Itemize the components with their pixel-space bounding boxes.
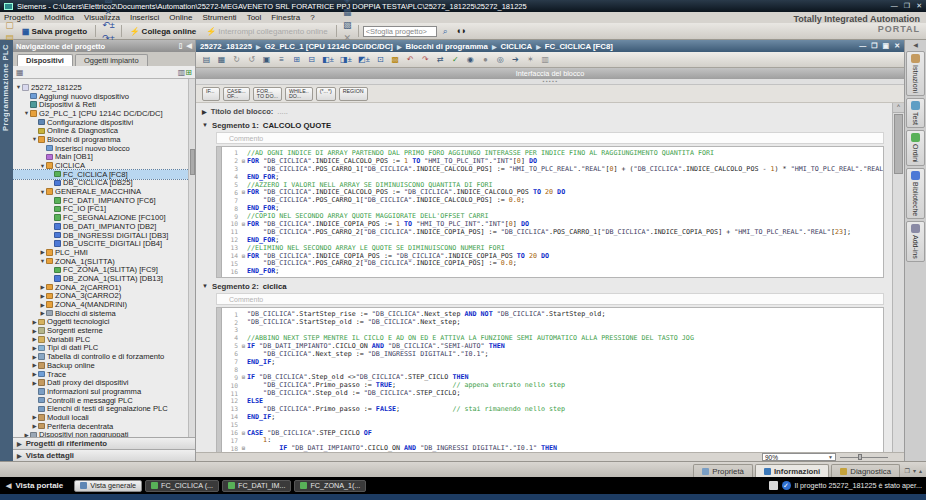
tree-item-db-ciclica-db25-[interactable]: DB_CICLICA [DB25] — [13, 179, 195, 188]
code-line[interactable]: 1"DB_CICLICA".StartStep_rise := "DB_CICL… — [222, 310, 883, 318]
tree-item-fc-io-fc1-[interactable]: FC_IO [FC1] — [13, 205, 195, 214]
tree-expander-icon[interactable]: ▶ — [31, 380, 38, 386]
menu-tool[interactable]: Tool — [247, 13, 262, 22]
tree-item-zona-1-slitta-[interactable]: ▼ZONA_1(SLITTA) — [13, 257, 195, 266]
collapse-panel-icon[interactable]: ◀ — [187, 42, 192, 50]
menu-modifica[interactable]: Modifica — [44, 13, 74, 22]
tree-expander-icon[interactable]: ▶ — [31, 345, 38, 351]
code-line[interactable]: 11 "DB_CICLICA".Step_old := "DB_CICLICA"… — [222, 389, 883, 397]
restore-window-icon[interactable]: ❐ — [904, 2, 910, 10]
tree-item-zona-2-carro1-[interactable]: ▶ZONA_2(CARRO1) — [13, 283, 195, 292]
code-line[interactable]: 7END_IF; — [222, 358, 883, 366]
menu-?[interactable]: ? — [310, 13, 314, 22]
tree-expander-icon[interactable]: ▼ — [39, 163, 46, 169]
tree-item-blocchi-di-programma[interactable]: ▼Blocchi di programma — [13, 135, 195, 144]
tia-assistant-icon[interactable]: ◖◗ — [454, 25, 469, 38]
code-line[interactable]: 7 "DB_CICLICA".POS_CARRO_1["DB_CICLICA".… — [222, 196, 883, 204]
update-block-calls-button[interactable]: ⇄ — [434, 53, 447, 66]
tree-item-dispositivi-non-raggruppati[interactable]: ▶Dispositivi non raggruppati — [13, 431, 195, 438]
inspector-float-icon[interactable]: ❐ — [905, 467, 910, 474]
tree-expander-icon[interactable]: ▶ — [39, 310, 46, 316]
snippet-region[interactable]: REGION — [339, 87, 368, 101]
tree-expander-icon[interactable]: ▶ — [31, 423, 38, 429]
tree-expander-icon[interactable]: ▼ — [23, 110, 30, 116]
tree-expander-icon[interactable]: ▶ — [31, 414, 38, 420]
expand-all-networks-button[interactable]: ⊞ — [290, 53, 303, 66]
code-line[interactable]: 4END_FOR; — [222, 173, 883, 181]
editor-vertical-scrollbar[interactable]: ˄ — [892, 103, 904, 452]
tree-item-aggiungi-nuovo-dispositivo[interactable]: Aggiungi nuovo dispositivo — [13, 92, 195, 101]
scl-code-area[interactable]: ▶ Titolo del blocco: ..... ▼Segmento 1:C… — [196, 103, 890, 452]
tree-item-controlli-e-messaggi-plc[interactable]: Controlli e messaggi PLC — [13, 396, 195, 405]
tree-item-zona-3-carro2-[interactable]: ▶ZONA_3(CARRO2) — [13, 292, 195, 301]
tree-item-25272-181225[interactable]: ▼25272_181225 — [13, 83, 195, 92]
search-project-icon[interactable]: ⌕ — [439, 25, 452, 38]
search-project-input[interactable] — [363, 26, 437, 37]
tree-scrollbar[interactable] — [188, 79, 195, 437]
cross-reference-button[interactable]: ▧ — [341, 18, 354, 31]
goto-button[interactable]: ➔ — [509, 53, 522, 66]
breakpoint-button[interactable]: ● — [479, 53, 492, 66]
jump-forward-button[interactable]: ↷ — [419, 53, 432, 66]
tree-item-inserisci-nuovo-blocco[interactable]: Inserisci nuovo blocco — [13, 144, 195, 153]
code-line[interactable]: 10⊟FOR "DB_CICLICA".INDICE_COPIA_POS := … — [222, 220, 883, 228]
code-line[interactable]: 14END_IF; — [222, 413, 883, 421]
code-line[interactable]: 17 1: — [222, 437, 883, 445]
tree-item-db-zona-1-slitta-db13-[interactable]: DB_ZONA_1(SLITTA) [DB13] — [13, 274, 195, 283]
tree-expander-icon[interactable]: ▶ — [31, 328, 38, 334]
tree-item-backup-online[interactable]: ▶Backup online — [13, 361, 195, 370]
code-line[interactable]: 10 "DB_CICLICA".Primo_passo := TRUE; // … — [222, 381, 883, 389]
tree-item-elenchi-di-testi-di-segnalazione-plc[interactable]: Elenchi di testi di segnalazione PLC — [13, 404, 195, 413]
tree-expander-icon[interactable]: ▶ — [39, 284, 46, 290]
favorites-toggle-button[interactable]: ⊡ — [374, 53, 387, 66]
breadcrumb-item[interactable]: Blocchi di programma — [406, 42, 488, 51]
code-line[interactable]: 16⊟CASE "DB_CICLICA".STEP_CICLO OF — [222, 429, 883, 437]
snippet-[interactable]: (*...*) — [316, 87, 336, 101]
breadcrumb-item[interactable]: 25272_181225 — [200, 42, 252, 51]
scroll-up-icon[interactable]: ˄ — [893, 103, 904, 113]
code-line[interactable]: 2⊟FOR "DB_CICLICA".INDICE_CALCOLO_POS :=… — [222, 157, 883, 165]
zoom-slider-handle[interactable] — [858, 454, 862, 460]
tree-expander-icon[interactable]: ▶ — [31, 371, 38, 377]
code-line[interactable]: 18⊟ IF "DB_DATI_IMPIANTO".CICLO_ON AND "… — [222, 444, 883, 452]
collapse-arrow-icon[interactable]: ▼ — [202, 122, 208, 128]
portal-view-button[interactable]: ◀ Vista portale — [4, 481, 71, 490]
zoom-slider[interactable] — [840, 454, 888, 460]
menu-inserisci[interactable]: Inserisci — [130, 13, 159, 22]
tree-expander-icon[interactable]: ▶ — [31, 354, 38, 360]
tree-item-tipi-di-dati-plc[interactable]: ▶Tipi di dati PLC — [13, 344, 195, 353]
new-item-icon[interactable]: ⊞ — [185, 68, 192, 77]
tree-item-trace[interactable]: ▶Trace — [13, 370, 195, 379]
breadcrumb-item[interactable]: G2_PLC_1 [CPU 1214C DC/DC/DC] — [265, 42, 393, 51]
tree-item-zona-4-mandrini-[interactable]: ▶ZONA_4(MANDRINI) — [13, 300, 195, 309]
inspector-expand-icon[interactable]: ▴ — [919, 467, 922, 474]
tree-item-sorgenti-esterne[interactable]: ▶Sorgenti esterne — [13, 326, 195, 335]
tree-item-dispositivi-reti[interactable]: Dispositivi & Reti — [13, 100, 195, 109]
tree-expander-icon[interactable]: ▼ — [15, 84, 22, 90]
taskbar-item-fc-zona-1-[interactable]: FC_ZONA_1(... — [294, 480, 366, 492]
right-tab-ordini[interactable]: Ordini — [906, 130, 925, 166]
column-view-icon[interactable]: ▥ — [178, 68, 186, 77]
segment-header[interactable]: ▼Segmento 1:CALCOLO QUOTE — [202, 119, 884, 131]
keep-layout-button[interactable]: ▣ — [260, 53, 273, 66]
insert-segment-button[interactable]: ▤ — [200, 53, 213, 66]
symbol-info-toggle-button[interactable]: ◨± — [338, 53, 354, 66]
new-project-button[interactable]: ▢ — [3, 18, 16, 31]
help-on-block-button[interactable]: ▥ — [539, 53, 552, 66]
tree-item-g2-plc-1-cpu-1214c-dc-dc-dc-[interactable]: ▼G2_PLC_1 [CPU 1214C DC/DC/DC] — [13, 109, 195, 118]
code-line[interactable]: 8 — [222, 365, 883, 373]
call-environment-button[interactable]: ◎ — [494, 53, 507, 66]
inspector-collapse-icon[interactable]: ▾ — [913, 467, 916, 474]
collapse-right-panel-icon[interactable]: ◀ — [905, 40, 926, 49]
editor-float-icon[interactable]: ❐ — [871, 42, 877, 50]
tab-dispositivi[interactable]: Dispositivi — [17, 54, 73, 66]
code-line[interactable]: 6⊟FOR "DB_CICLICA".INDICE_CALCOLO_POS :=… — [222, 188, 883, 196]
code-line[interactable]: 8END_FOR; — [222, 204, 883, 212]
code-line[interactable]: 11 "DB_CICLICA".POS_CARRO_2["DB_CICLICA"… — [222, 228, 883, 236]
tree-item-db-uscite-digitali-db4-[interactable]: DB_USCITE_DIGITALI [DB4] — [13, 239, 195, 248]
editor-minimize-icon[interactable]: — — [859, 42, 866, 50]
network-list-button[interactable]: ≡ — [275, 53, 288, 66]
menu-online[interactable]: Online — [169, 13, 192, 22]
collapse-arrow-icon[interactable]: ▼ — [202, 283, 208, 289]
details-view-panel[interactable]: ▶ Vista dettagli — [13, 449, 195, 461]
